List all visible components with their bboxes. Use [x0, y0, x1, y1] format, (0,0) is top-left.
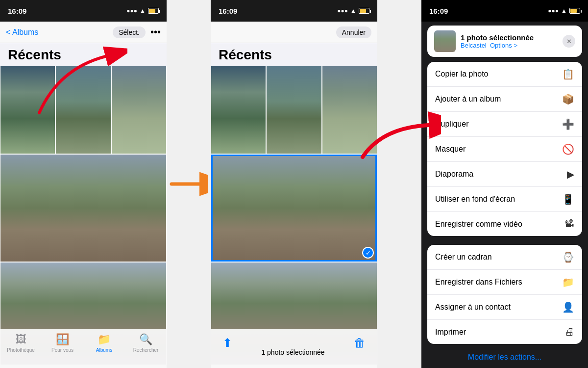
photo-row-top-2: [211, 66, 377, 154]
screen-3: 16:09 ●●● ▲ 1 photo sélectionnée Belcast…: [421, 0, 588, 368]
menu-time: 16:09: [429, 7, 448, 15]
battery-icon-2: [359, 8, 369, 14]
options-link[interactable]: Options >: [490, 42, 517, 49]
menu-list-group2: Créer un cadran ⌚ Enregistrer dans Fichi…: [427, 245, 582, 344]
menu-item-fond[interactable]: Utiliser en fond d'écran 📱: [427, 187, 582, 212]
tab-pour-vous[interactable]: 🪟 Pour vous: [42, 333, 83, 353]
cancel-button[interactable]: Annuler: [336, 26, 371, 38]
status-bar-2: 16:09 ●●● ▲: [211, 0, 377, 22]
menu-item-imprimer[interactable]: Imprimer 🖨: [427, 320, 582, 344]
battery-icon: [148, 8, 159, 14]
menu-selected-count: 1 photo sélectionnée: [461, 33, 558, 42]
close-button[interactable]: ✕: [563, 35, 575, 48]
tab-bar-1: 🖼 Photothèque 🪟 Pour vous 📁 Albums 🔍 Rec…: [0, 329, 167, 368]
photo-cell-2[interactable]: [55, 66, 111, 154]
menu-item-masquer[interactable]: Masquer 🚫: [427, 137, 582, 162]
menu-item-contact[interactable]: Assigner à un contact 👤: [427, 295, 582, 320]
menu-signal-icon: ●●●: [548, 7, 559, 14]
video-icon: 📽: [564, 218, 574, 230]
tab-phototheque-label: Photothèque: [7, 347, 35, 353]
photo-grid-2: ✓: [211, 66, 377, 365]
menu-item-ajouter[interactable]: Ajouter à un album 📦: [427, 87, 582, 112]
menu-item-cadran[interactable]: Créer un cadran ⌚: [427, 245, 582, 270]
menu-header-card: 1 photo sélectionnée Belcastel Options >…: [427, 26, 582, 57]
battery-fill-2: [360, 9, 366, 13]
menu-item-video[interactable]: Enregistrer comme vidéo 📽: [427, 212, 582, 236]
nav-right-2: Annuler: [336, 26, 371, 38]
menu-item-fichiers[interactable]: Enregistrer dans Fichiers 📁: [427, 270, 582, 295]
menu-list-group1: Copier la photo 📋 Ajouter à un album 📦 D…: [427, 62, 582, 236]
tab-phototheque[interactable]: 🖼 Photothèque: [0, 333, 42, 353]
files-icon: 📁: [562, 276, 574, 288]
menu-panel: 16:09 ●●● ▲ 1 photo sélectionnée Belcast…: [421, 0, 588, 368]
print-icon: 🖨: [564, 326, 574, 338]
photo-cell-s2[interactable]: [266, 66, 321, 154]
menu-section-break: [421, 239, 588, 242]
tab-pour-vous-label: Pour vous: [51, 347, 74, 353]
contact-icon: 👤: [562, 301, 574, 313]
more-button-1[interactable]: •••: [150, 26, 161, 38]
trash-button[interactable]: 🗑: [354, 336, 366, 350]
tab-albums-icon: 📁: [98, 333, 111, 346]
duplicate-icon: ➕: [562, 118, 574, 130]
tab-phototheque-icon: 🖼: [16, 333, 26, 346]
add-album-icon: 📦: [562, 93, 574, 105]
menu-battery-icon: [569, 8, 580, 14]
menu-item-label-fond: Utiliser en fond d'écran: [435, 195, 515, 204]
location-name: Belcastel: [461, 42, 487, 49]
signal-icon: ●●●: [126, 7, 137, 14]
share-button[interactable]: ⬆: [222, 336, 232, 350]
phone-screen-2: 16:09 ●●● ▲ Annuler Récents: [211, 0, 377, 368]
orange-arrow: [169, 169, 208, 199]
photo-village-selected[interactable]: ✓: [211, 154, 377, 262]
time-2: 16:09: [219, 7, 237, 15]
select-button[interactable]: Sélect.: [113, 26, 146, 38]
modifier-link[interactable]: Modifier les actions...: [421, 347, 588, 368]
menu-item-copier[interactable]: Copier la photo 📋: [427, 62, 582, 87]
tab-rechercher[interactable]: 🔍 Rechercher: [125, 333, 167, 353]
wifi-icon-2: ▲: [350, 7, 356, 14]
action-bar-2: ⬆ 1 photo sélectionnée 🗑: [211, 329, 377, 368]
status-icons-1: ●●● ▲: [126, 7, 159, 14]
full-layout: 16:09 ●●● ▲ < Albums Sélect. ••• Récents: [0, 0, 588, 368]
menu-location: Belcastel Options >: [461, 42, 558, 49]
time-1: 16:09: [8, 7, 26, 15]
photo-village-1[interactable]: [0, 154, 167, 262]
battery-fill: [149, 9, 155, 13]
wallpaper-icon: 📱: [562, 193, 574, 205]
menu-battery-fill: [570, 9, 577, 13]
photo-row-top-1: [0, 66, 167, 154]
gap-1: [167, 0, 211, 368]
menu-wifi-icon: ▲: [561, 7, 567, 14]
screen-2: 16:09 ●●● ▲ Annuler Récents: [211, 0, 377, 368]
photo-row-mid-1: [0, 154, 167, 262]
photo-cell-3[interactable]: [111, 66, 167, 154]
menu-item-label-dupliquer: Dupliquer: [435, 120, 468, 129]
nav-bar-1: < Albums Sélect. •••: [0, 22, 167, 43]
watch-icon: ⌚: [562, 251, 574, 263]
photo-cell-1[interactable]: [0, 66, 55, 154]
slideshow-icon: ▶: [567, 168, 574, 180]
menu-item-label-copier: Copier la photo: [435, 70, 489, 79]
copy-icon: 📋: [562, 68, 574, 80]
menu-item-label-cadran: Créer un cadran: [435, 253, 492, 262]
tab-albums[interactable]: 📁 Albums: [83, 333, 125, 353]
phone-screen-1: 16:09 ●●● ▲ < Albums Sélect. ••• Récents: [0, 0, 167, 368]
menu-item-dupliquer[interactable]: Dupliquer ➕: [427, 112, 582, 137]
menu-status-bar: 16:09 ●●● ▲: [421, 0, 588, 22]
menu-header-text: 1 photo sélectionnée Belcastel Options >: [461, 33, 558, 49]
wifi-icon: ▲: [140, 7, 146, 14]
gap-2: [377, 0, 421, 368]
photo-cell-s1[interactable]: [211, 66, 266, 154]
tab-rechercher-label: Rechercher: [133, 347, 159, 353]
hide-icon: 🚫: [562, 143, 574, 155]
nav-bar-2: Annuler: [211, 22, 377, 43]
menu-item-label-masquer: Masquer: [435, 145, 466, 154]
menu-item-diaporama[interactable]: Diaporama ▶: [427, 162, 582, 187]
photo-grid-1: [0, 66, 167, 365]
photo-row-mid-2: ✓: [211, 154, 377, 262]
photo-cell-s3[interactable]: [322, 66, 377, 154]
page-title-2: Récents: [211, 43, 377, 66]
menu-status-icons: ●●● ▲: [548, 7, 580, 14]
back-button-1[interactable]: < Albums: [6, 28, 38, 37]
